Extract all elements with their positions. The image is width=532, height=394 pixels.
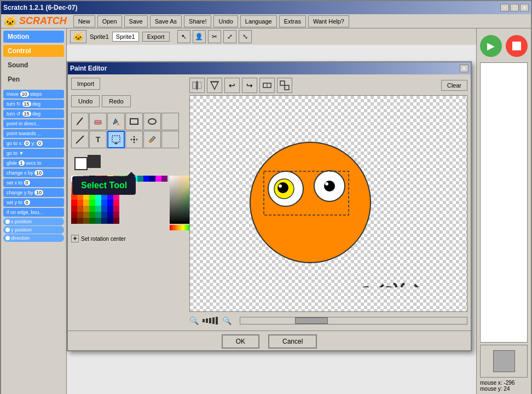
block-bounce[interactable]: if on edge, bou... xyxy=(3,208,64,217)
maximize-button[interactable]: □ xyxy=(510,4,519,11)
color-swatch[interactable] xyxy=(83,218,89,224)
color-swatch[interactable] xyxy=(83,206,89,212)
extras-button[interactable]: Extras xyxy=(279,15,306,27)
color-swatch[interactable] xyxy=(83,200,89,206)
color-swatch[interactable] xyxy=(77,218,83,224)
color-swatch[interactable] xyxy=(101,218,107,224)
color-swatch[interactable] xyxy=(89,176,95,182)
block-turn-cw[interactable]: turn ↻ 15 deg xyxy=(3,100,64,108)
pencil-tool-button[interactable] xyxy=(71,113,89,130)
canvas-wrapper[interactable]: ↩↪ xyxy=(189,95,467,312)
block-point-dir[interactable]: point in direct... xyxy=(3,119,64,128)
scissors-tool[interactable]: ✂ xyxy=(208,30,221,43)
color-swatch[interactable] xyxy=(131,176,137,182)
color-swatch[interactable] xyxy=(95,218,101,224)
color-swatch[interactable] xyxy=(77,194,83,200)
color-swatch[interactable] xyxy=(77,176,83,182)
move-tool-button[interactable] xyxy=(125,131,143,148)
color-swatch[interactable] xyxy=(125,176,131,182)
zoom-out-button[interactable]: 🔍 xyxy=(189,316,198,325)
color-swatch[interactable] xyxy=(113,194,119,200)
undo-button[interactable]: Undo xyxy=(213,15,238,27)
block-goto-sprite[interactable]: go to ▼ xyxy=(3,149,64,158)
color-swatch[interactable] xyxy=(89,212,95,218)
color-swatch[interactable] xyxy=(101,200,107,206)
color-swatch[interactable] xyxy=(101,206,107,212)
color-swatch[interactable] xyxy=(83,182,89,188)
color-swatch[interactable] xyxy=(107,176,113,182)
color-swatch[interactable] xyxy=(113,200,119,206)
color-swatch[interactable] xyxy=(107,194,113,200)
color-swatch[interactable] xyxy=(107,206,113,212)
block-change-x[interactable]: change x by 10 xyxy=(3,169,64,177)
eraser-tool-button[interactable] xyxy=(89,113,107,130)
color-swatch[interactable] xyxy=(107,200,113,206)
color-swatch[interactable] xyxy=(119,176,125,182)
color-swatch[interactable] xyxy=(113,176,119,182)
expand-tool[interactable]: ⤢ xyxy=(223,30,236,43)
color-swatch[interactable] xyxy=(95,212,101,218)
sprite-tab-icon[interactable]: 🐱 xyxy=(70,30,86,43)
color-swatch[interactable] xyxy=(113,218,119,224)
secondary-color[interactable] xyxy=(74,157,88,170)
text-tool-button[interactable]: T xyxy=(89,131,107,148)
sidebar-item-sound[interactable]: Sound xyxy=(3,59,64,71)
block-set-y[interactable]: set y to 0 xyxy=(3,198,64,207)
flip-h-button[interactable] xyxy=(189,78,205,93)
person-tool[interactable]: 👤 xyxy=(193,30,206,43)
block-y-pos[interactable]: y position xyxy=(3,226,64,234)
color-swatch[interactable] xyxy=(107,218,113,224)
sidebar-item-pen[interactable]: Pen xyxy=(3,73,64,85)
color-swatch[interactable] xyxy=(89,218,95,224)
color-swatch[interactable] xyxy=(113,182,119,188)
color-swatch[interactable] xyxy=(71,218,77,224)
select-tool-button[interactable] xyxy=(107,131,125,148)
primary-color[interactable] xyxy=(88,155,101,168)
color-swatch[interactable] xyxy=(101,212,107,218)
color-swatch[interactable] xyxy=(77,182,83,188)
color-swatch[interactable] xyxy=(83,176,89,182)
color-swatch[interactable] xyxy=(77,188,83,194)
color-swatch[interactable] xyxy=(107,182,113,188)
stop-button[interactable] xyxy=(506,35,528,57)
group-button[interactable] xyxy=(277,78,292,93)
close-button[interactable]: × xyxy=(520,4,529,11)
color-swatch[interactable] xyxy=(77,212,83,218)
block-goto[interactable]: go to x: 0 y: 0 xyxy=(3,139,64,148)
color-swatch[interactable] xyxy=(89,200,95,206)
color-swatch[interactable] xyxy=(101,188,107,194)
block-direction[interactable]: direction xyxy=(3,234,64,242)
horizontal-scrollbar[interactable] xyxy=(240,317,467,325)
sprite-name-field[interactable]: Sprite1 xyxy=(112,32,139,42)
color-swatch[interactable] xyxy=(95,206,101,212)
color-swatch[interactable] xyxy=(95,176,101,182)
redo-canvas-button[interactable]: ↪ xyxy=(242,78,257,93)
color-swatch[interactable] xyxy=(83,194,89,200)
color-swatch[interactable] xyxy=(71,194,77,200)
color-swatch[interactable] xyxy=(143,176,149,182)
color-swatch[interactable] xyxy=(83,188,89,194)
color-swatch[interactable] xyxy=(113,206,119,212)
clear-button[interactable]: Clear xyxy=(441,80,467,91)
sidebar-item-motion[interactable]: Motion xyxy=(3,31,64,43)
color-swatch[interactable] xyxy=(101,182,107,188)
color-swatch[interactable] xyxy=(137,176,143,182)
color-swatch[interactable] xyxy=(71,200,77,206)
pointer-tool[interactable]: ↖ xyxy=(177,30,190,43)
sidebar-item-control[interactable]: Control xyxy=(3,45,64,57)
undo-canvas-button[interactable]: ↩ xyxy=(224,78,240,93)
color-swatch[interactable] xyxy=(113,212,119,218)
share-button[interactable]: Share! xyxy=(184,15,211,27)
color-swatch[interactable] xyxy=(101,194,107,200)
green-flag-button[interactable]: ▶ xyxy=(480,35,502,57)
color-swatch[interactable] xyxy=(83,212,89,218)
block-point-towards[interactable]: point towards ... xyxy=(3,129,64,138)
color-swatch[interactable] xyxy=(155,176,161,182)
color-swatch[interactable] xyxy=(71,212,77,218)
color-swatch[interactable] xyxy=(95,200,101,206)
save-button[interactable]: Save xyxy=(124,15,148,27)
color-swatch[interactable] xyxy=(71,176,77,182)
scrollbar-thumb[interactable] xyxy=(295,317,328,324)
open-button[interactable]: Open xyxy=(97,15,122,27)
color-swatch[interactable] xyxy=(89,206,95,212)
